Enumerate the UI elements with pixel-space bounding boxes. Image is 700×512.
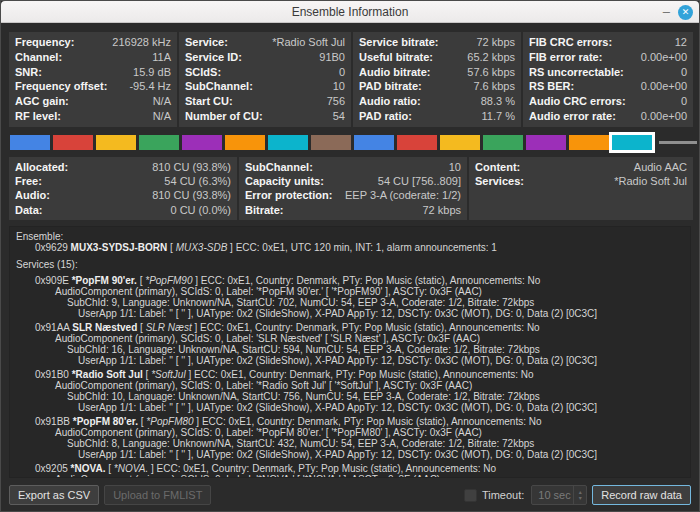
- cu-strip-segment[interactable]: [526, 135, 566, 150]
- stat-row: Allocated:810 CU (93.8%): [15, 160, 231, 174]
- stat-row: Channel:11A: [15, 50, 171, 65]
- panel-bitrates: Service bitrate:72 kbps Useful bitrate:6…: [353, 32, 521, 127]
- cu-strip-segment[interactable]: [483, 135, 523, 150]
- service-header-line: 0x909E *PopFM 90'er. [ *PopFM90 ] ECC: 0…: [16, 275, 684, 286]
- stat-row: Frequency:216928 kHz: [15, 35, 171, 50]
- stat-row: Service bitrate:72 kbps: [359, 35, 515, 50]
- service-entry: 0x909E *PopFM 90'er. [ *PopFM90 ] ECC: 0…: [16, 275, 684, 319]
- cu-usage-strip: [9, 133, 691, 151]
- export-csv-button[interactable]: Export as CSV: [9, 485, 99, 505]
- spinner-buttons[interactable]: ▴ ▾: [573, 486, 586, 504]
- stat-row: SubChannel:10: [245, 160, 461, 174]
- cu-strip-segment[interactable]: [139, 135, 179, 150]
- cu-strip-segment[interactable]: [569, 135, 609, 150]
- cu-strip-segment[interactable]: [440, 135, 480, 150]
- service-entry: 0x9205 *NOVA. [ *NOVA. ] ECC: 0xE1, Coun…: [16, 463, 684, 478]
- stat-row: Capacity units:54 CU [756..809]: [245, 174, 461, 188]
- service-subchannel-line: SubChId: 16, Language: Unknown/NA, Start…: [16, 344, 684, 355]
- window-title: Ensemble Information: [1, 5, 699, 19]
- panel-service: Service:*Radio Soft Jul Service ID:91B0 …: [179, 32, 351, 127]
- stat-row: Audio bitrate:57.6 kbps: [359, 65, 515, 80]
- stat-row: Useful bitrate:65.2 kbps: [359, 50, 515, 65]
- stat-row: SubChannel:10: [185, 79, 345, 94]
- service-subchannel-line: SubChId: 9, Language: Unknown/NA, StartC…: [16, 297, 684, 308]
- stat-row: Services:*Radio Soft Jul: [475, 174, 687, 188]
- panel-errors: FIB CRC errors:12 FIB error rate:0.00e+0…: [523, 32, 693, 127]
- footer-bar: Export as CSV Upload to FMLIST Timeout: …: [9, 484, 691, 506]
- record-raw-data-button[interactable]: Record raw data: [592, 485, 691, 505]
- stat-row: Content:Audio AAC: [475, 160, 687, 174]
- stat-row: Start CU:756: [185, 94, 345, 109]
- stat-row: Data:0 CU (0.0%): [15, 203, 231, 217]
- stat-row: SCIdS:0: [185, 65, 345, 80]
- cu-strip-segment[interactable]: [10, 135, 50, 150]
- middle-panels: Allocated:810 CU (93.8%) Free:54 CU (6.3…: [9, 157, 691, 220]
- service-header-line: 0x9205 *NOVA. [ *NOVA. ] ECC: 0xE1, Coun…: [16, 463, 684, 474]
- spinner-down-icon[interactable]: ▾: [579, 495, 582, 501]
- minimize-icon[interactable]: –: [663, 7, 670, 17]
- footer-left: Export as CSV Upload to FMLIST: [9, 485, 211, 505]
- stat-row: FIB error rate:0.00e+00: [529, 50, 687, 65]
- timeout-checkbox[interactable]: [464, 489, 477, 502]
- stat-row: SNR:15.9 dB: [15, 65, 171, 80]
- cu-strip-segment-selected[interactable]: [612, 135, 652, 150]
- stat-row: Service:*Radio Soft Jul: [185, 35, 345, 50]
- stat-row: Audio:810 CU (93.8%): [15, 188, 231, 202]
- service-subchannel-line: SubChId: 8, Language: Unknown/NA, StartC…: [16, 438, 684, 449]
- window-buttons: – ✕: [663, 1, 693, 23]
- stat-row: Number of CU:54: [185, 109, 345, 124]
- cu-strip-segment[interactable]: [182, 135, 222, 150]
- ensemble-log[interactable]: Ensemble: 0x9629 MUX3-SYDSJ-BORN [ MUX3-…: [9, 226, 691, 478]
- service-userapp-line: UserApp 1/1: Label: '' [ '' ], UAType: 0…: [16, 449, 684, 460]
- dialog-body: Frequency:216928 kHz Channel:11A SNR:15.…: [1, 23, 699, 511]
- timeout-value: 10 sec: [532, 489, 573, 501]
- stat-row: Audio CRC errors:0: [529, 94, 687, 109]
- stat-row: Audio ratio:88.3 %: [359, 94, 515, 109]
- footer-right: Timeout: 10 sec ▴ ▾ Record raw data: [464, 485, 691, 505]
- stat-row: Error protection:EEP 3-A (coderate: 1/2): [245, 188, 461, 202]
- service-entry: 0x91AA SLR Næstved [ SLR Næst ] ECC: 0xE…: [16, 322, 684, 366]
- cu-strip-segment[interactable]: [268, 135, 308, 150]
- cu-strip-segment[interactable]: [311, 135, 351, 150]
- service-entry: 0x91B0 *Radio Soft Jul [ *SoftJul ] ECC:…: [16, 369, 684, 413]
- services-heading: Services (15):: [16, 259, 684, 270]
- panel-content: Content:Audio AAC Services:*Radio Soft J…: [469, 157, 693, 220]
- stat-row: RF level:N/A: [15, 109, 171, 124]
- service-userapp-line: UserApp 1/1: Label: '' [ '' ], UAType: 0…: [16, 355, 684, 366]
- service-header-line: 0x91AA SLR Næstved [ SLR Næst ] ECC: 0xE…: [16, 322, 684, 333]
- panel-allocation: Allocated:810 CU (93.8%) Free:54 CU (6.3…: [9, 157, 237, 220]
- stat-row: PAD bitrate:7.6 kbps: [359, 79, 515, 94]
- service-entry: 0x91BB *PopFM 80'er. [ *PopFM80 ] ECC: 0…: [16, 416, 684, 460]
- service-userapp-line: UserApp 1/1: Label: '' [ '' ], UAType: 0…: [16, 402, 684, 413]
- cu-strip-segment[interactable]: [225, 135, 265, 150]
- cu-strip-segment[interactable]: [397, 135, 437, 150]
- service-component-line: AudioComponent (primary), SCIdS: 0, Labe…: [16, 333, 684, 344]
- stat-row: FIB CRC errors:12: [529, 35, 687, 50]
- ensemble-line: 0x9629 MUX3-SYDSJ-BORN [ MUX3-SDB ] ECC:…: [16, 242, 684, 253]
- stat-row: Service ID:91B0: [185, 50, 345, 65]
- top-panels: Frequency:216928 kHz Channel:11A SNR:15.…: [9, 32, 691, 127]
- stat-row: Bitrate:72 kbps: [245, 203, 461, 217]
- panel-tuner: Frequency:216928 kHz Channel:11A SNR:15.…: [9, 32, 177, 127]
- panel-subchannel: SubChannel:10 Capacity units:54 CU [756.…: [239, 157, 467, 220]
- service-component-line: AudioComponent (primary), SCIdS: 0, Labe…: [16, 427, 684, 438]
- cu-strip-free-bar: [659, 141, 697, 144]
- stat-row: Audio error rate:0.00e+00: [529, 109, 687, 124]
- timeout-spinner[interactable]: 10 sec ▴ ▾: [531, 485, 587, 505]
- service-header-line: 0x91B0 *Radio Soft Jul [ *SoftJul ] ECC:…: [16, 369, 684, 380]
- stat-row: PAD ratio:11.7 %: [359, 109, 515, 124]
- stat-row: Free:54 CU (6.3%): [15, 174, 231, 188]
- upload-fmlist-button[interactable]: Upload to FMLIST: [104, 485, 211, 505]
- service-subchannel-line: SubChId: 10, Language: Unknown/NA, Start…: [16, 391, 684, 402]
- cu-strip-segment[interactable]: [354, 135, 394, 150]
- cu-strip-segment[interactable]: [53, 135, 93, 150]
- stat-row: RS BER:0.00e+00: [529, 79, 687, 94]
- service-component-line: AudioComponent (primary), SCIdS: 0, Labe…: [16, 380, 684, 391]
- cu-strip-segment[interactable]: [96, 135, 136, 150]
- title-bar[interactable]: Ensemble Information – ✕: [1, 1, 699, 23]
- service-header-line: 0x91BB *PopFM 80'er. [ *PopFM80 ] ECC: 0…: [16, 416, 684, 427]
- timeout-label: Timeout:: [482, 489, 524, 501]
- close-icon[interactable]: ✕: [678, 5, 693, 20]
- service-component-line: AudioComponent (primary), SCIdS: 0, Labe…: [16, 474, 684, 478]
- stat-row: Frequency offset:-95.4 Hz: [15, 79, 171, 94]
